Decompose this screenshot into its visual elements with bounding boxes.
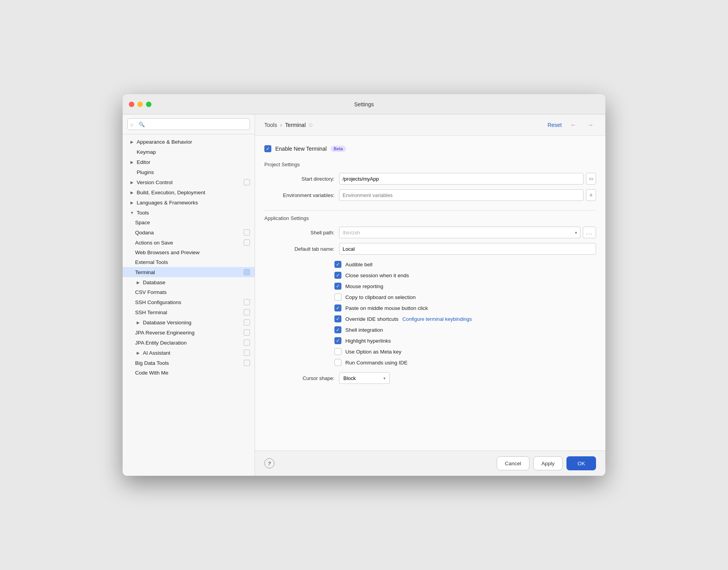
sidebar-item-languages[interactable]: ▶ Languages & Frameworks [123, 197, 255, 208]
pin-icon: ⬡ [309, 123, 313, 128]
sidebar-item-ssh-terminal[interactable]: SSH Terminal [123, 307, 255, 317]
search-input[interactable] [127, 118, 250, 130]
search-box: ⌕ [123, 114, 255, 134]
sidebar-item-editor[interactable]: ▶ Editor [123, 157, 255, 167]
sidebar-item-qodana[interactable]: Qodana [123, 227, 255, 238]
chevron-icon: ▶ [135, 319, 141, 325]
list-icon: ≡ [589, 192, 592, 198]
checkmark-icon: ✓ [336, 306, 340, 310]
sidebar-item-label: Big Data Tools [135, 360, 244, 366]
browse-directory-button[interactable]: ▭ [586, 173, 596, 185]
checkbox-shell-integration: ✓ Shell integration [334, 326, 596, 333]
sidebar-item-csv-formats[interactable]: CSV Formats [123, 287, 255, 297]
minimize-button[interactable] [137, 102, 143, 107]
sidebar-badge [244, 299, 250, 305]
sidebar-item-terminal[interactable]: Terminal [123, 267, 255, 277]
reset-button[interactable]: Reset [547, 122, 562, 128]
chevron-icon: ▶ [129, 179, 135, 185]
checkmark-icon: ✓ [336, 317, 340, 321]
sidebar-badge [244, 340, 250, 346]
sidebar-item-big-data-tools[interactable]: Big Data Tools [123, 358, 255, 368]
audible-bell-checkbox[interactable]: ✓ [334, 261, 341, 268]
sidebar-item-keymap[interactable]: Keymap [123, 147, 255, 157]
use-option-meta-checkbox[interactable] [334, 348, 341, 355]
cancel-button[interactable]: Cancel [497, 456, 529, 470]
default-tab-group: Default tab name: [264, 243, 596, 255]
default-tab-input[interactable] [339, 243, 596, 255]
chevron-icon: ▶ [129, 199, 135, 206]
spacer [129, 169, 135, 175]
cursor-shape-dropdown[interactable]: Block ▾ [339, 372, 390, 384]
ok-button[interactable]: OK [566, 456, 596, 470]
chevron-icon: ▶ [135, 350, 141, 356]
more-icon: ... [586, 230, 593, 236]
sidebar-item-web-browsers[interactable]: Web Browsers and Preview [123, 248, 255, 257]
apply-button[interactable]: Apply [533, 456, 563, 470]
checkbox-close-session: ✓ Close session when it ends [334, 272, 596, 279]
sidebar-item-external-tools[interactable]: External Tools [123, 257, 255, 267]
env-variables-control: ≡ [339, 189, 596, 201]
back-button[interactable]: ← [568, 120, 579, 130]
sidebar-badge [244, 329, 250, 336]
close-session-label: Close session when it ends [345, 273, 409, 278]
highlight-hyperlinks-checkbox[interactable]: ✓ [334, 337, 341, 344]
sidebar-list: ▶ Appearance & Behavior Keymap ▶ Editor … [123, 134, 255, 476]
sidebar-item-label: Languages & Frameworks [137, 200, 250, 206]
sidebar-item-actions-on-save[interactable]: Actions on Save [123, 238, 255, 248]
configure-keybindings-link[interactable]: Configure terminal keybindings [403, 316, 472, 322]
shell-integration-checkbox[interactable]: ✓ [334, 326, 341, 333]
sidebar-item-label: Space [135, 220, 250, 225]
maximize-button[interactable] [146, 102, 151, 107]
start-directory-label: Start directory: [264, 176, 334, 182]
override-ide-checkbox[interactable]: ✓ [334, 315, 341, 322]
header-actions: Reset ← → [547, 120, 596, 130]
sidebar-item-database-versioning[interactable]: ▶ Database Versioning [123, 317, 255, 327]
chevron-icon: ▼ [129, 209, 135, 216]
sidebar-item-label: AI Assistant [143, 350, 244, 356]
start-directory-input[interactable] [339, 173, 584, 185]
sidebar-item-plugins[interactable]: Plugins [123, 167, 255, 177]
breadcrumb: Tools › Terminal ⬡ [264, 122, 313, 128]
checkmark-icon: ✓ [336, 262, 340, 267]
sidebar-item-appearance-behavior[interactable]: ▶ Appearance & Behavior [123, 137, 255, 147]
shell-path-control: /bin/zsh ▾ ... [339, 227, 596, 238]
forward-button[interactable]: → [585, 120, 596, 130]
enable-terminal-checkbox[interactable]: ✓ [264, 145, 271, 152]
sidebar-item-ssh-configurations[interactable]: SSH Configurations [123, 297, 255, 307]
sidebar-item-version-control[interactable]: ▶ Version Control [123, 177, 255, 187]
env-variables-group: Environment variables: ≡ [264, 189, 596, 201]
checkmark-icon: ✓ [336, 273, 340, 278]
sidebar-item-build-execution[interactable]: ▶ Build, Execution, Deployment [123, 187, 255, 197]
sidebar-item-space[interactable]: Space [123, 218, 255, 227]
sidebar-item-label: CSV Formats [135, 289, 250, 295]
chevron-icon: ▶ [135, 279, 141, 285]
shell-path-more-button[interactable]: ... [583, 227, 596, 238]
window-title: Settings [354, 101, 374, 107]
mouse-reporting-checkbox[interactable]: ✓ [334, 283, 341, 290]
sidebar-badge [244, 269, 250, 275]
copy-clipboard-checkbox[interactable] [334, 294, 341, 301]
sidebar-badge [244, 360, 250, 366]
close-button[interactable] [129, 102, 134, 107]
sidebar-item-ai-assistant[interactable]: ▶ AI Assistant [123, 348, 255, 358]
sidebar-badge [244, 309, 250, 315]
env-variables-input[interactable] [339, 189, 584, 201]
run-commands-ide-checkbox[interactable] [334, 359, 341, 366]
help-button[interactable]: ? [264, 458, 274, 468]
sidebar-item-label: JPA Entity Declaration [135, 340, 244, 346]
sidebar-item-code-with-me[interactable]: Code With Me [123, 368, 255, 378]
spacer [129, 149, 135, 155]
shell-path-input[interactable]: /bin/zsh ▾ [339, 227, 580, 238]
folder-icon: ▭ [589, 176, 593, 181]
footer: ? Cancel Apply OK [255, 450, 605, 476]
sidebar-badge [244, 350, 250, 356]
sidebar-item-jpa-reverse[interactable]: JPA Reverse Engineering [123, 327, 255, 338]
enable-terminal-label: Enable New Terminal [275, 146, 327, 152]
env-variables-button[interactable]: ≡ [586, 189, 596, 201]
sidebar-item-tools[interactable]: ▼ Tools [123, 208, 255, 218]
close-session-checkbox[interactable]: ✓ [334, 272, 341, 279]
sidebar-item-jpa-entity[interactable]: JPA Entity Declaration [123, 338, 255, 348]
mouse-reporting-label: Mouse reporting [345, 283, 383, 289]
paste-middle-checkbox[interactable]: ✓ [334, 304, 341, 311]
sidebar-item-database[interactable]: ▶ Database [123, 277, 255, 287]
